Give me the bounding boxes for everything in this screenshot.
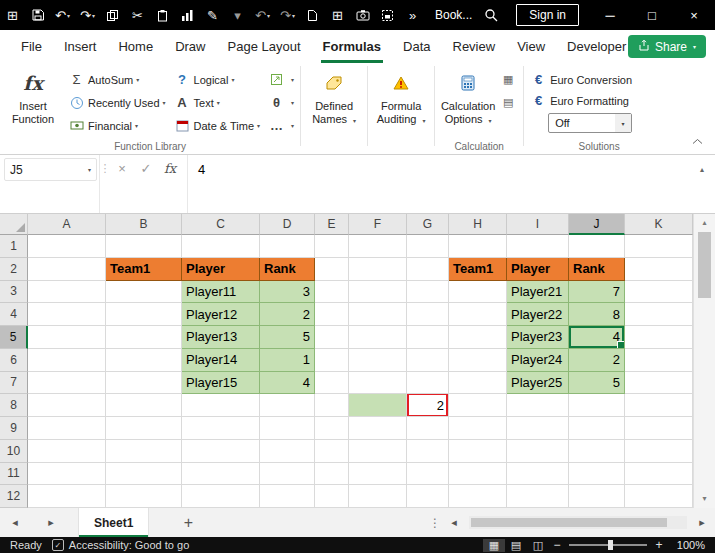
cell-G8-result[interactable]: 2 [407, 394, 449, 417]
cell-I6[interactable]: Player24 [507, 349, 569, 372]
math-trig-button[interactable]: θ ▾ [266, 92, 296, 113]
cell[interactable] [625, 281, 693, 304]
cell[interactable] [349, 349, 407, 372]
cell[interactable] [507, 440, 569, 463]
tab-file[interactable]: File [10, 30, 53, 63]
redo-button[interactable]: ↷▾ [75, 0, 100, 30]
name-box-resize-handle[interactable]: ⋮ [100, 155, 110, 213]
cell[interactable] [349, 440, 407, 463]
cell[interactable] [28, 258, 106, 281]
zoom-in-button[interactable]: + [651, 538, 667, 552]
cell[interactable] [106, 281, 182, 304]
cell[interactable] [182, 394, 260, 417]
cell[interactable] [106, 372, 182, 395]
zoom-out-button[interactable]: − [549, 538, 565, 552]
cell[interactable] [349, 417, 407, 440]
zoom-level[interactable]: 100% [667, 539, 705, 551]
cell[interactable] [28, 349, 106, 372]
cell[interactable] [407, 372, 449, 395]
cell[interactable] [315, 440, 349, 463]
cell[interactable] [106, 235, 182, 258]
cell[interactable] [315, 281, 349, 304]
cell-D4[interactable]: 2 [260, 303, 315, 326]
search-icon[interactable] [478, 0, 503, 30]
cell[interactable] [625, 349, 693, 372]
cell[interactable] [315, 485, 349, 508]
cell-C5[interactable]: Player13 [182, 326, 260, 349]
cell[interactable] [407, 485, 449, 508]
undo-button[interactable]: ↶▾ [50, 0, 75, 30]
manual-calculation-dropdown[interactable]: Off ▾ [548, 113, 632, 133]
cell[interactable] [625, 394, 693, 417]
cell[interactable] [449, 394, 507, 417]
cell[interactable] [28, 440, 106, 463]
cell-I3[interactable]: Player21 [507, 281, 569, 304]
cell[interactable] [315, 235, 349, 258]
row-header-9[interactable]: 9 [0, 417, 28, 440]
row-header-5[interactable]: 5 [0, 326, 28, 349]
hscroll-left-icon[interactable]: ◂ [443, 516, 465, 529]
cell[interactable] [507, 463, 569, 486]
cell[interactable] [349, 281, 407, 304]
cell[interactable] [625, 440, 693, 463]
cell[interactable] [407, 417, 449, 440]
euro-conversion-button[interactable]: € Euro Conversion [528, 69, 634, 90]
accessibility-status[interactable]: Accessibility: Good to go [69, 539, 189, 551]
cell[interactable] [449, 372, 507, 395]
cell[interactable] [349, 372, 407, 395]
row-header-6[interactable]: 6 [0, 349, 28, 372]
cell-B2[interactable]: Team1 [106, 258, 182, 281]
cell-D3[interactable]: 3 [260, 281, 315, 304]
formula-auditing-button[interactable]: Formula Auditing ▾ [372, 66, 430, 138]
cell[interactable] [449, 349, 507, 372]
cell[interactable] [569, 417, 625, 440]
cell-D2[interactable]: Rank [260, 258, 315, 281]
cell[interactable] [625, 417, 693, 440]
row-header-2[interactable]: 2 [0, 258, 28, 281]
sheet-tab-sheet1[interactable]: Sheet1 [78, 508, 149, 537]
cell[interactable] [449, 303, 507, 326]
tab-developer[interactable]: Developer [556, 30, 637, 63]
cell[interactable] [625, 463, 693, 486]
cell[interactable] [507, 235, 569, 258]
cell-D7[interactable]: 4 [260, 372, 315, 395]
cell[interactable] [449, 417, 507, 440]
logical-button[interactable]: ? Logical ▾ [172, 69, 263, 90]
cell[interactable] [349, 326, 407, 349]
cell[interactable] [182, 417, 260, 440]
share-button[interactable]: Share ▾ [628, 35, 706, 58]
format-painter-icon[interactable]: ✎ [200, 0, 225, 30]
calculate-sheet-button[interactable]: ▤ [497, 92, 519, 113]
tab-insert[interactable]: Insert [53, 30, 108, 63]
cell[interactable] [449, 235, 507, 258]
cell[interactable] [260, 485, 315, 508]
cell[interactable] [28, 303, 106, 326]
cell[interactable] [315, 372, 349, 395]
close-button[interactable]: × [673, 0, 715, 30]
cell[interactable] [407, 281, 449, 304]
cell[interactable] [315, 463, 349, 486]
cell[interactable] [28, 281, 106, 304]
cell[interactable] [449, 485, 507, 508]
cell[interactable] [569, 394, 625, 417]
cell[interactable] [625, 372, 693, 395]
vertical-scrollbar-thumb[interactable] [698, 232, 711, 298]
cell-I5[interactable]: Player23 [507, 326, 569, 349]
vertical-scrollbar[interactable]: ▴ ▾ [693, 214, 715, 508]
cell[interactable] [407, 303, 449, 326]
cell-H2[interactable]: Team1 [449, 258, 507, 281]
cell[interactable] [625, 326, 693, 349]
scroll-down-icon[interactable]: ▾ [694, 490, 715, 506]
cell-D6[interactable]: 1 [260, 349, 315, 372]
tab-data[interactable]: Data [392, 30, 441, 63]
cell[interactable] [182, 463, 260, 486]
column-header-A[interactable]: A [28, 214, 106, 235]
cell-I2[interactable]: Player [507, 258, 569, 281]
cell[interactable] [507, 394, 569, 417]
scroll-up-icon[interactable]: ▴ [694, 214, 715, 230]
cell[interactable] [28, 372, 106, 395]
cell-I4[interactable]: Player22 [507, 303, 569, 326]
row-header-1[interactable]: 1 [0, 235, 28, 258]
cell-J5-selected[interactable]: 4 [569, 326, 625, 349]
cell[interactable] [449, 463, 507, 486]
